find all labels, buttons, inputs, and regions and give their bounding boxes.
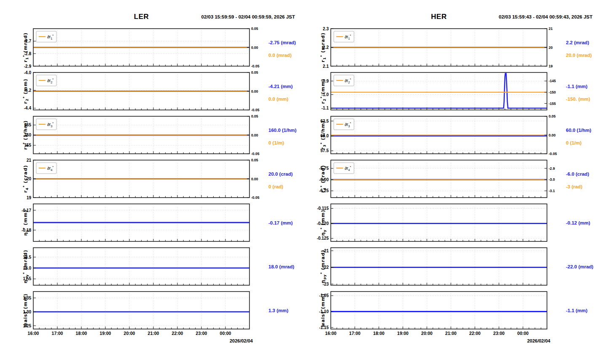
right-tick-label: 20 <box>549 46 553 50</box>
ler-panel-eta-py: 18.518.017.5ηpy* (mrad)18.0 (mrad) <box>0 248 298 285</box>
x-tick-label: 16:00 <box>325 331 337 336</box>
ler-panel-waist: 1.351.301.25waist (mm)1.3 (mm) <box>0 292 298 329</box>
her-panel-r3: 62.560.057.50.050.00-0.05r3* (1/hm)∂r3*6… <box>298 116 595 154</box>
y-axis-label: r2* (mm) <box>320 79 327 104</box>
annotation-orange: 0 (rad) <box>268 184 283 189</box>
legend-box: ∂r3* <box>36 119 56 130</box>
right-tick-label: -2.9 <box>549 166 555 171</box>
her-panel-waist: -1.05-1.10-1.15waist (mm)-1.1 (mm) <box>298 292 595 329</box>
x-tick-label: 20:00 <box>124 331 135 336</box>
annotation-blue: -0.12 (mm) <box>566 220 590 225</box>
ler-panel-r3: 1651601550.050.00-0.05r3* (1/hm)∂r3*160.… <box>0 116 298 154</box>
right-tick-label: 0.00 <box>251 177 258 181</box>
annotation-blue: 20.0 (crad) <box>268 171 293 177</box>
annotation-blue: -1.1 (mm) <box>566 84 587 89</box>
annotation-blue: -2.75 (mrad) <box>268 40 296 45</box>
ler-date-label: 2026/02/04 <box>0 338 253 343</box>
annotation-blue: 60.0 (1/hm) <box>566 128 591 133</box>
y-axis-label: waist (mm) <box>23 294 28 327</box>
y-axis-label: r3* (1/hm) <box>22 120 29 150</box>
y-axis-label: ηy* (mm) <box>320 210 327 236</box>
x-tick-label: 00:00 <box>220 331 231 336</box>
y-tick-label: -4.4 <box>24 106 32 110</box>
y-tick-label: -2.9 <box>24 64 32 69</box>
right-tick-label: 0.05 <box>549 114 556 118</box>
y-tick-label: 21 <box>27 158 32 163</box>
annotation-orange: 0.0 (mrad) <box>268 53 292 58</box>
x-tick-label: 19:00 <box>100 331 111 336</box>
annotation-orange: 20.0 (mrad) <box>566 53 592 58</box>
right-tick-label: -0.05 <box>549 152 557 156</box>
ler-x-axis: 16:0017:0018:0019:0020:0021:0022:0023:00… <box>0 331 298 337</box>
x-tick-label: 18:00 <box>373 331 385 336</box>
right-tick-label: -0.05 <box>251 64 260 68</box>
y-axis-label: ηpy* (mrad) <box>320 250 327 284</box>
right-tick-label: 0.00 <box>251 89 258 94</box>
her-panels: 2.32.22.1212019r1* (mrad)∂r1*2.2 (mrad)2… <box>298 0 595 364</box>
x-tick-label: 18:00 <box>76 331 87 336</box>
x-tick-label: 19:00 <box>397 331 409 336</box>
annotation-blue: -4.21 (mm) <box>268 84 293 89</box>
her-x-axis: 16:0017:0018:0019:0020:0021:0022:0023:00… <box>298 331 595 337</box>
annotation-blue: 18.0 (mrad) <box>268 264 295 269</box>
right-tick-label: -145 <box>549 79 556 83</box>
annotation-blue: -22.0 (mrad) <box>566 264 593 269</box>
right-tick-label: 0.00 <box>251 133 258 137</box>
x-tick-label: 21:00 <box>148 331 159 336</box>
right-tick-label: -150 <box>549 90 556 94</box>
y-tick-label: -1.1 <box>322 106 329 110</box>
x-tick-label: 23:00 <box>493 331 505 336</box>
annotation-blue: 160.0 (1/hm) <box>268 128 297 133</box>
ler-panel-r2: -4.0-4.2-4.40.050.00-0.05r2* (mm)∂r2*-4.… <box>0 72 298 110</box>
right-tick-label: 21 <box>549 27 553 31</box>
annotation-orange: 0.0 (mm) <box>268 96 288 102</box>
y-tick-label: -0.125 <box>317 236 329 241</box>
her-panel-r2: -0.9-1.0-1.1-145-150-155r2* (mm)∂r2*-1.1… <box>298 72 595 110</box>
x-tick-label: 00:00 <box>517 331 529 336</box>
right-tick-label: 0.05 <box>251 70 258 75</box>
x-tick-label: 22:00 <box>469 331 481 336</box>
legend-box: ∂r4* <box>36 163 56 174</box>
right-tick-label: 0.05 <box>251 158 258 162</box>
x-tick-label: 22:00 <box>172 331 183 336</box>
right-tick-label: -0.05 <box>251 152 260 156</box>
her-section: HER 02/03 15:59:43 - 02/04 00:59:43, 202… <box>298 0 595 364</box>
y-axis-label: r3* (1/hm) <box>320 120 327 150</box>
her-date-label: 2026/02/04 <box>298 338 550 343</box>
right-tick-label: -0.05 <box>251 195 260 200</box>
right-tick-label: -155 <box>549 102 556 106</box>
annotation-orange: -150. (mm) <box>566 96 590 102</box>
y-tick-label: 2.1 <box>323 64 329 69</box>
optics-monitor-dashboard: LER 02/03 15:59:59 - 02/04 00:59:59, 202… <box>0 0 595 364</box>
right-tick-label: 0.00 <box>251 46 258 50</box>
ler-section: LER 02/03 15:59:59 - 02/04 00:59:59, 202… <box>0 0 298 364</box>
y-axis-label: r2* (mm) <box>22 79 29 104</box>
y-axis-label: waist (mm) <box>320 294 326 327</box>
ler-panel-r4: 2120190.050.00-0.05r4* (crad)∂r4*20.0 (c… <box>0 160 298 198</box>
her-panel-r4: -5.75-6.00-6.25-2.9-3.0-3.1r4* (crad)∂r4… <box>298 160 595 198</box>
legend-box: ∂r3* <box>334 119 354 130</box>
annotation-blue: 1.3 (mm) <box>268 308 288 313</box>
annotation-orange: 0 (1/m) <box>268 140 284 145</box>
ler-panel-eta-y: -0.17-0.18ηy* (mm)-0.17 (mm) <box>0 204 298 241</box>
her-panel-eta-py: -21-22-23ηpy* (mrad)-22.0 (mrad) <box>298 248 595 285</box>
annotation-blue: 2.2 (mrad) <box>566 40 589 45</box>
right-tick-label: 0.00 <box>549 133 556 137</box>
ler-panels: -2.7-2.8-2.90.050.00-0.05r1* (mrad)∂r1*-… <box>0 0 298 364</box>
y-axis-label: r1* (mrad) <box>320 32 327 62</box>
x-tick-label: 16:00 <box>28 331 39 336</box>
annotation-blue: -1.1 (mm) <box>566 308 587 313</box>
x-tick-label: 17:00 <box>349 331 361 336</box>
x-tick-label: 17:00 <box>52 331 63 336</box>
right-tick-label: 19 <box>549 64 553 68</box>
legend-box: ∂r2* <box>334 75 354 86</box>
y-tick-label: -4.0 <box>24 70 32 75</box>
annotation-blue: -6.0 (crad) <box>566 171 589 177</box>
right-tick-label: -0.05 <box>251 108 260 112</box>
annotation-orange: -3 (rad) <box>566 184 582 189</box>
legend-box: ∂r1* <box>36 31 56 42</box>
her-panel-r1: 2.32.22.1212019r1* (mrad)∂r1*2.2 (mrad)2… <box>298 29 595 66</box>
x-tick-label: 20:00 <box>421 331 433 336</box>
right-tick-label: 0.05 <box>251 27 258 31</box>
y-tick-label: 19 <box>27 195 32 200</box>
